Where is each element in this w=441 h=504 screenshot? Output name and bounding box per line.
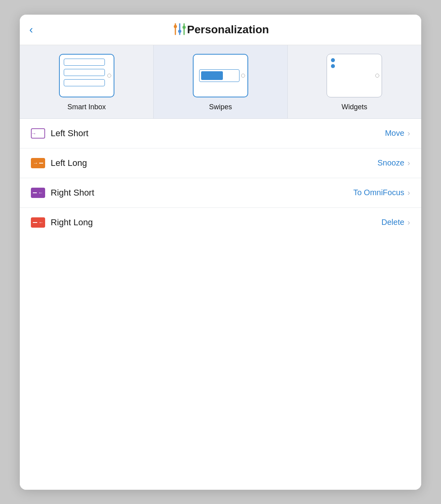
widget-dot-2 [331,64,335,68]
swipe-item-right-short[interactable]: ← Right Short To OmniFocus › [20,178,421,208]
left-short-chevron: › [407,129,410,138]
right-long-action: Delete [382,218,405,227]
left-long-icon: → [31,157,51,169]
right-long-icon: ← [31,217,51,228]
right-long-label: Right Long [51,217,382,228]
swipes-preview [193,54,248,97]
tab-widgets-label: Widgets [342,103,367,111]
left-long-action: Snooze [377,158,404,167]
right-short-label: Right Short [51,188,353,198]
left-short-label: Left Short [51,128,385,139]
tab-smart-inbox-label: Smart Inbox [67,103,106,111]
personalization-icon [172,23,187,36]
left-short-action: Move [385,129,404,138]
widget-dot-1 [331,58,335,62]
tabs-container: Smart Inbox Swipes [20,45,421,119]
right-short-chevron: › [407,188,410,197]
swipe-list: → Left Short Move › → Left Long Snooze › [20,119,421,490]
sw-bar-container [199,69,240,82]
si-row-2 [64,69,105,76]
widgets-preview [327,54,382,97]
swipe-item-right-long[interactable]: ← Right Long Delete › [20,208,421,237]
sw-bar-inner [201,71,223,80]
right-short-icon: ← [31,187,51,199]
swipe-item-left-short[interactable]: → Left Short Move › [20,119,421,148]
si-row-1 [64,59,105,66]
tab-smart-inbox[interactable]: Smart Inbox [20,45,154,118]
personalization-modal: ‹ Personalization [20,15,421,490]
si-circle-btn [107,74,111,78]
left-long-chevron: › [407,158,410,167]
header: ‹ Personalization [20,15,421,45]
widgets-dots [331,58,378,68]
right-short-action: To OmniFocus [353,188,404,197]
tab-swipes[interactable]: Swipes [154,45,287,118]
si-row-3 [64,79,105,86]
left-long-label: Left Long [51,158,377,168]
right-long-chevron: › [407,218,410,227]
w-circle-btn [375,74,379,78]
swipe-item-left-long[interactable]: → Left Long Snooze › [20,148,421,178]
tab-swipes-label: Swipes [209,103,232,111]
sw-circle-btn [241,74,245,78]
smart-inbox-preview [59,54,114,97]
back-button[interactable]: ‹ [29,24,33,35]
tab-widgets[interactable]: Widgets [288,45,421,118]
page-title: Personalization [187,23,269,36]
left-short-icon: → [31,127,51,139]
